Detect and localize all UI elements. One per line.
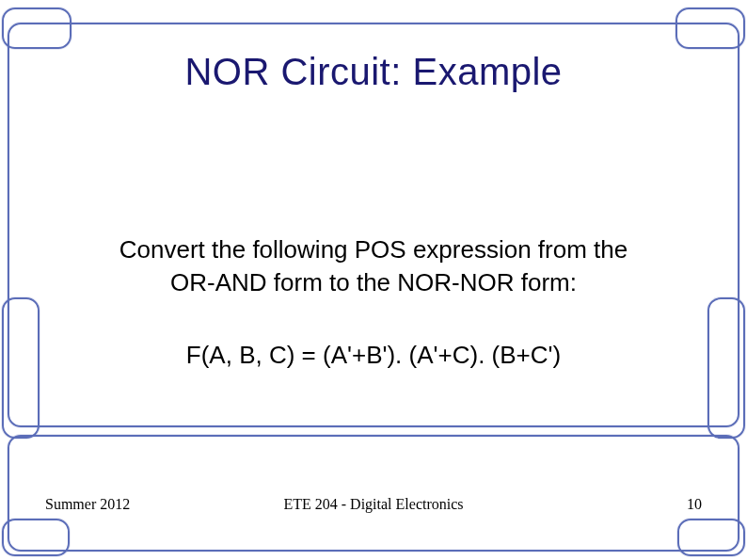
footer-course: ETE 204 - Digital Electronics: [0, 496, 747, 513]
equation-text: F(A, B, C) = (A'+B'). (A'+C). (B+C'): [0, 341, 747, 370]
slide-body: Convert the following POS expression fro…: [0, 233, 747, 299]
footer-page-number: 10: [687, 496, 702, 513]
slide-title: NOR Circuit: Example: [0, 51, 747, 93]
body-line-1: Convert the following POS expression fro…: [119, 235, 628, 264]
decorative-frame-bottom-right: [677, 519, 745, 556]
footer-frame: [8, 435, 739, 552]
decorative-frame-bottom-left: [2, 519, 70, 556]
body-line-2: OR-AND form to the NOR-NOR form:: [170, 268, 577, 296]
